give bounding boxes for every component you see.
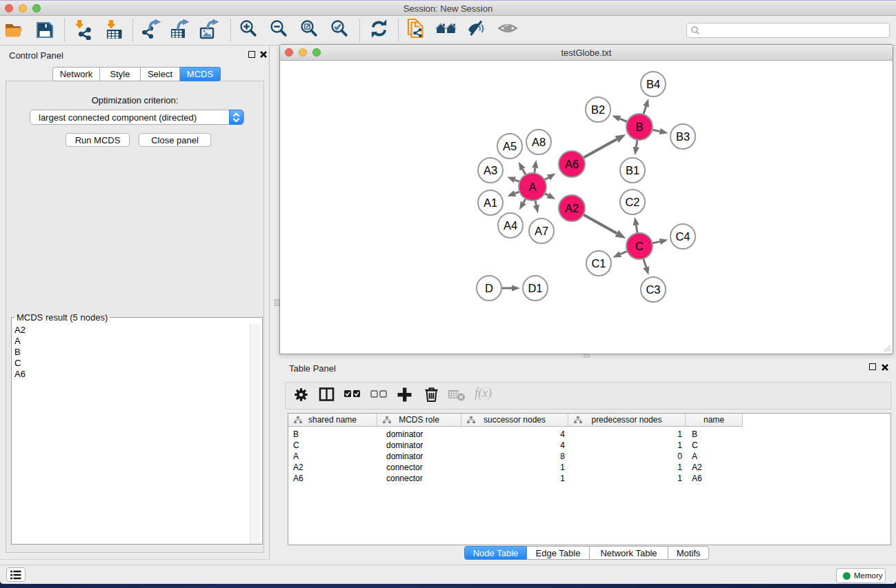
svg-text:B: B (635, 121, 643, 133)
svg-text:C1: C1 (591, 257, 606, 270)
svg-text:C4: C4 (675, 230, 690, 243)
svg-text:A: A (528, 181, 536, 193)
svg-text:A2: A2 (565, 202, 579, 214)
svg-text:B1: B1 (626, 164, 639, 176)
svg-text:A4: A4 (504, 219, 517, 232)
svg-text:B3: B3 (676, 130, 690, 143)
svg-text:A7: A7 (535, 225, 548, 237)
svg-text:A8: A8 (532, 136, 546, 148)
svg-text:A5: A5 (503, 140, 517, 152)
svg-text:C3: C3 (646, 283, 660, 296)
svg-text:D: D (485, 282, 493, 294)
svg-text:C: C (635, 240, 644, 252)
svg-text:B2: B2 (591, 103, 605, 116)
svg-text:D1: D1 (528, 282, 542, 294)
svg-text:B4: B4 (646, 78, 660, 90)
svg-text:A3: A3 (484, 164, 497, 176)
svg-text:C2: C2 (625, 196, 639, 208)
svg-text:A6: A6 (565, 158, 579, 170)
svg-text:A1: A1 (484, 196, 497, 209)
